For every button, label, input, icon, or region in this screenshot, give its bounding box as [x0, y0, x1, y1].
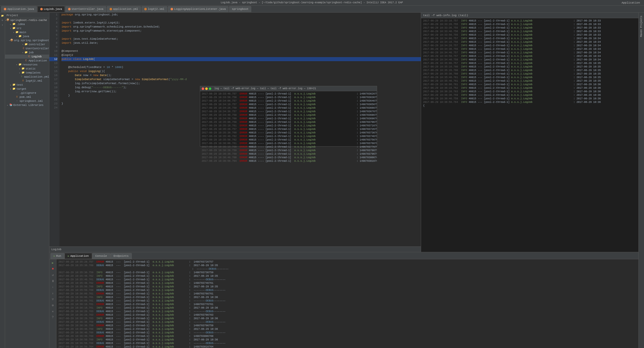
xml-icon: X [21, 79, 25, 83]
tree-item-label: java [23, 35, 29, 38]
folder-icon: 📁 [24, 43, 28, 46]
tab-logjob-java[interactable]: LogJob.java [37, 6, 65, 12]
tree-item-log4j2[interactable]: X log4j2.xml [5, 79, 49, 83]
settings-button[interactable]: ⚙ [50, 303, 55, 308]
console-log-line: 2017-06-29 10:36:56.764 ERROR 40815 --- … [58, 345, 636, 348]
log-line: 2017-06-29 10:34:46.757 INFO 40815 --- [… [423, 51, 636, 55]
tab-logging-listener[interactable]: LoggingApplicationListener.java [168, 6, 229, 12]
tab-springboot[interactable]: springboot [229, 6, 251, 12]
log-line: 2017-06-29 10:35:46.761 INFO 40815 --- [… [423, 76, 636, 79]
help-button[interactable]: ? [50, 315, 55, 320]
float-log-line: 2017-06-29 10:36:26.759 ERROR 40815 ----… [202, 149, 375, 152]
float-window-header[interactable]: log — tail -f web-error.log — tail — tai… [200, 86, 377, 91]
tree-arrow: ▸ [9, 84, 12, 86]
float-log-line: 2017-06-29 10:36:56.764 ERROR 40815 ----… [202, 159, 375, 163]
rerun-button[interactable]: ↺ [50, 272, 55, 277]
log-line: 2017-06-29 10:36:36.759 INFO 40815 --- [… [423, 94, 636, 97]
tree-item-package[interactable]: ▾ 📦 org.spring.springboot [5, 38, 49, 42]
tree-item-gitignore[interactable]: · .gitignore [5, 91, 49, 95]
tree-item-label: controller [29, 43, 45, 46]
console-log-line: 2017-06-29 10:36:36.759 DEBUG 40815 --- … [58, 320, 636, 324]
tree-item-target[interactable]: ▾ 📁 target [5, 87, 49, 91]
tab-label: UserController.java [72, 8, 103, 11]
tree-item-external-libs[interactable]: ▸ 📚 External Libraries [5, 103, 49, 107]
minimize-btn[interactable] [205, 87, 208, 90]
java-file-icon [68, 8, 71, 10]
tab-application[interactable]: ▶ Application [65, 253, 92, 259]
float-log-line: 2017-06-29 10:34:46.758 ERROR 40815 ----… [202, 113, 375, 117]
tree-item-label: pom.xml [19, 96, 31, 99]
close-button[interactable]: ✕ [50, 309, 55, 314]
tab-console[interactable]: Console [92, 253, 110, 259]
tab-console-label: Console [95, 254, 107, 258]
console-log-line: 2017-06-29 10:35:46.762 ERROR 40815 --- … [58, 282, 636, 285]
log-line: 2017-06-29 10:36:46.759 INFO 40815 --- [… [423, 97, 636, 101]
console-log-line: 2017-06-29 10:35:26.757 ERROR 40815 --- … [58, 260, 636, 264]
tree-item-static[interactable]: ▸ 📁 static [5, 67, 49, 71]
console-output[interactable]: 2017-06-29 10:35:26.757 ERROR 40815 --- … [56, 259, 638, 348]
tab-app-label: Application [70, 254, 89, 258]
console-log-line: 2017-06-29 10:35:46.762 INFO 40815 --- [… [58, 274, 636, 278]
tab-label: Application.java [7, 8, 34, 11]
float-log-line: 2017-06-29 10:36:46.760 ERROR 40815 ----… [202, 156, 375, 159]
tree-item-label: templates [26, 71, 40, 74]
filter-button[interactable]: ▽ [50, 297, 55, 302]
tree-item-label: test [16, 83, 23, 86]
console-log-line: 2017-06-29 10:36:06.761 ERROR 40815 --- … [58, 292, 636, 296]
tree-arrow: ▾ [15, 35, 18, 38]
tree-item-job[interactable]: ▾ 📁 job [5, 51, 49, 55]
tree-arrow: ▾ [15, 63, 18, 66]
tab-application-java[interactable]: Application.java [1, 6, 37, 12]
tab-log4j2-xml[interactable]: log4j2.xml [141, 6, 167, 12]
tab-application-yml[interactable]: application.yml [107, 6, 141, 12]
tree-item-application[interactable]: C Application [5, 59, 49, 63]
step-button[interactable]: ↓ [50, 285, 55, 290]
tree-item-pom[interactable]: X pom.xml [5, 95, 49, 99]
sidebar-header: Project [5, 13, 49, 18]
tree-item-templates[interactable]: ▸ 📁 templates [5, 71, 49, 75]
tree-item-logjob[interactable]: C LogJob [5, 55, 49, 59]
tree-item-project[interactable]: ▾ 📦 springboot-redis-cache [springboot] [5, 18, 49, 22]
project-icon[interactable]: 📁 [1, 14, 5, 18]
tree-item-springboot-iml[interactable]: · springboot.iml [5, 99, 49, 103]
tree-item-label: job [29, 51, 34, 54]
tab-run[interactable]: ▶ Run [50, 253, 65, 259]
tree-item-src[interactable]: ▾ 📁 src [5, 26, 49, 30]
scroll-button[interactable]: ⇓ [50, 291, 55, 296]
close-btn[interactable] [202, 87, 204, 90]
tree-arrow: ▸ [18, 67, 21, 70]
tab-endpoints[interactable]: Endpoints [110, 253, 132, 259]
console-log-line: 2017-06-29 10:36:46.760 DEBUG 40815 --- … [58, 331, 636, 335]
run-button[interactable]: ▶ [50, 260, 55, 265]
tab-label: springboot [232, 8, 248, 11]
maven-panel[interactable]: Maven Projects [638, 13, 644, 348]
tree-item-main[interactable]: ▾ 📁 main [5, 30, 49, 34]
tree-item-label: .gitignore [19, 91, 36, 95]
float-terminal-bottom[interactable]: log — tail -f web-error.log — tail — tai… [200, 86, 377, 147]
sidebar-title: Project [7, 14, 18, 17]
console-log-line: 2017-06-29 10:36:46.760 INFO 40815 --- [… [58, 328, 636, 331]
tab-usercontroller-java[interactable]: UserController.java [65, 6, 106, 12]
maximize-btn[interactable] [209, 87, 211, 90]
tree-item-java[interactable]: ▾ 📁 java [5, 34, 49, 38]
float-log-line: 2017-06-29 10:34:06.757 ERROR 40815 ----… [202, 99, 375, 103]
editor-tab-bar: Application.java LogJob.java UserControl… [0, 6, 644, 13]
float-log-line: 2017-06-29 10:35:46.762 ERROR 40815 ----… [202, 135, 375, 138]
structure-icon[interactable]: ⚙ [1, 18, 5, 22]
tree-item-resources[interactable]: ▾ 📁 resources [5, 63, 49, 67]
tab-run-label: Run [56, 254, 61, 258]
pause-button[interactable]: ⏸ [50, 279, 55, 284]
tree-item-test[interactable]: ▸ 📁 test [5, 83, 49, 87]
tree-item-application-yml[interactable]: Y application.yml [5, 75, 49, 79]
terminal-log-content[interactable]: 2017-06-29 10:33:16.757 INFO 40815 --- [… [421, 18, 638, 252]
tab-label: application.yml [113, 8, 138, 11]
stop-button[interactable]: ■ [50, 266, 55, 271]
float-terminal-content[interactable]: 2017-06-29 10:33:46.757 ERROR 40815 ----… [200, 91, 377, 164]
folder-icon: 📁 [24, 51, 28, 54]
favorites-icon[interactable]: ★ [1, 23, 5, 27]
folder-icon: 📁 [12, 83, 16, 87]
tree-item-controller[interactable]: ▾ 📁 controller [5, 42, 49, 47]
tree-item-idea[interactable]: ▸ 📁 .idea [5, 22, 49, 26]
tree-item-usercontroller[interactable]: C UserController [5, 47, 49, 51]
console-log-line: 2017-06-29 10:36:06.761 INFO 40815 --- [… [58, 296, 636, 299]
